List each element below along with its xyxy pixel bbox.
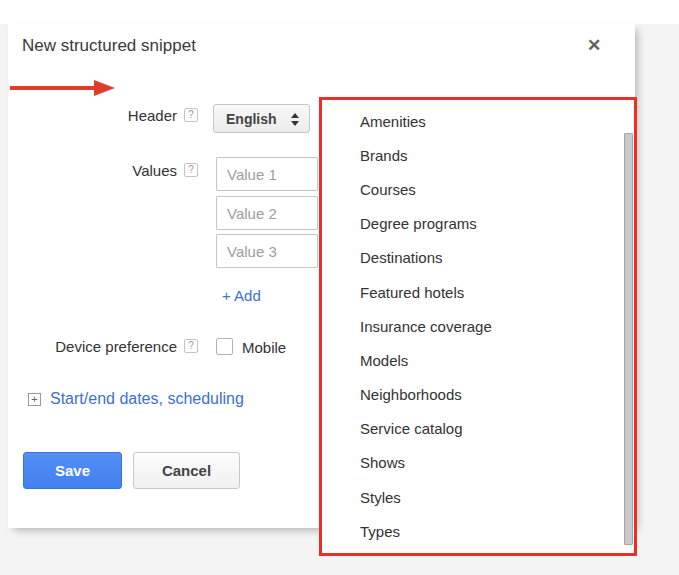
- scrollbar-thumb[interactable]: [624, 133, 633, 545]
- sort-arrows-icon: [291, 112, 300, 127]
- mobile-checkbox-label: Mobile: [242, 339, 286, 356]
- language-select[interactable]: English: [213, 104, 310, 133]
- list-item[interactable]: Insurance coverage: [322, 309, 634, 343]
- list-item[interactable]: Styles: [322, 480, 634, 514]
- list-item[interactable]: Models: [322, 343, 634, 377]
- page: New structured snippet ✕ Header ? Englis…: [0, 0, 679, 575]
- language-select-value: English: [226, 111, 277, 127]
- page-background: [0, 0, 679, 24]
- value-2-input[interactable]: [216, 196, 318, 230]
- cancel-button[interactable]: Cancel: [133, 452, 240, 489]
- list-item[interactable]: Shows: [322, 446, 634, 480]
- close-icon[interactable]: ✕: [582, 34, 606, 58]
- scheduling-link[interactable]: Start/end dates, scheduling: [50, 390, 244, 408]
- value-1-input[interactable]: [216, 157, 318, 191]
- list-item[interactable]: Types: [322, 514, 634, 548]
- add-value-link[interactable]: + Add: [222, 287, 261, 304]
- expand-plus-icon[interactable]: +: [28, 393, 41, 406]
- save-button[interactable]: Save: [23, 452, 122, 489]
- list-item[interactable]: Brands: [322, 138, 634, 172]
- dialog-title: New structured snippet: [22, 36, 196, 56]
- list-item[interactable]: Neighborhoods: [322, 378, 634, 412]
- header-label: Header: [8, 108, 177, 124]
- list-item[interactable]: Service catalog: [322, 412, 634, 446]
- mobile-checkbox[interactable]: [216, 338, 233, 355]
- device-help-icon[interactable]: ?: [184, 339, 198, 353]
- list-item[interactable]: Featured hotels: [322, 275, 634, 309]
- list-item[interactable]: Degree programs: [322, 207, 634, 241]
- device-preference-label: Device preference: [8, 339, 177, 355]
- list-item[interactable]: Destinations: [322, 241, 634, 275]
- header-options-list: Amenities Brands Courses Degree programs…: [322, 100, 634, 548]
- list-item[interactable]: Courses: [322, 172, 634, 206]
- annotation-arrow-icon: [8, 78, 118, 98]
- values-label: Values: [8, 163, 177, 179]
- list-item[interactable]: Amenities: [322, 104, 634, 138]
- header-options-dropdown: Amenities Brands Courses Degree programs…: [319, 97, 637, 556]
- values-help-icon[interactable]: ?: [184, 163, 198, 177]
- header-help-icon[interactable]: ?: [184, 108, 198, 122]
- value-3-input[interactable]: [216, 234, 318, 268]
